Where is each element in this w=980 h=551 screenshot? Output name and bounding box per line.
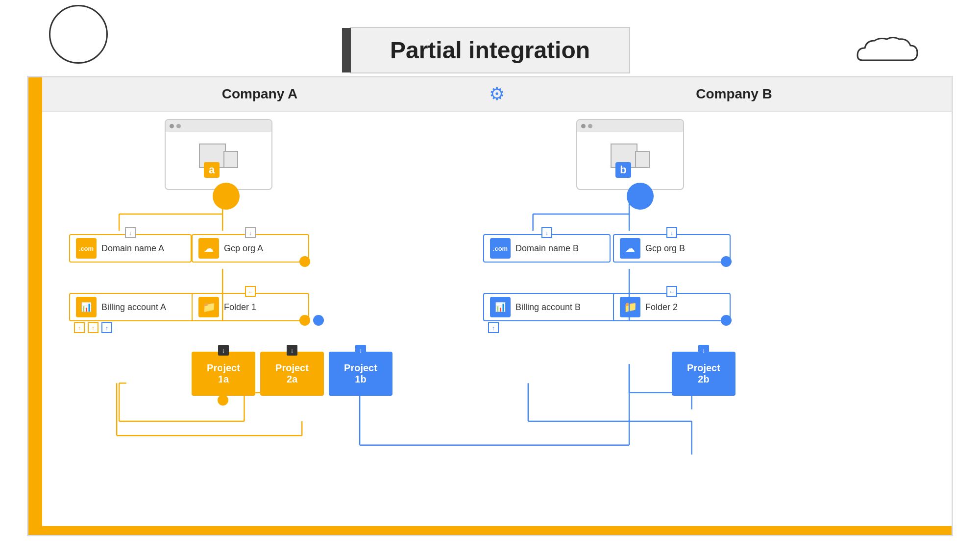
folder-icon-1: 📁 [198, 297, 219, 317]
browser-dot-b2 [588, 124, 592, 128]
gcp-dot-a [299, 256, 310, 267]
company-b-header: Company B [516, 86, 952, 102]
org-circle-b [627, 183, 654, 210]
domain-icon-b: .com [490, 238, 511, 259]
up-arrow-b: ↑ [488, 322, 499, 333]
billing-icon-a: 📊 [76, 297, 97, 317]
domain-icon-a: .com [76, 238, 97, 259]
domain-arrow-b: ↓ [541, 227, 552, 238]
billing-up-arrows-a: ↑ ↑ ↑ [74, 322, 112, 333]
gcp-arrow-b: ↓ [666, 227, 677, 238]
up-arrow-1: ↑ [74, 322, 85, 333]
project-2a-label: Project2a [275, 362, 309, 385]
gcp-dot-b [721, 256, 732, 267]
project-1a-label: Project1a [207, 362, 240, 385]
project-2b-label: Project2b [687, 362, 720, 385]
domain-node-a: ↓ .com Domain name A [69, 234, 192, 263]
billing-node-a: 📊 Billing account A [69, 293, 196, 321]
gcp-label-a: Gcp org A [224, 243, 263, 254]
browser-content-b: b [577, 132, 683, 189]
folder-arrow-1: ← [245, 286, 256, 297]
proj-arrow-2a: ↓ [287, 345, 297, 356]
project-1a: ↓ Project1a [192, 352, 255, 396]
browser-dot [176, 124, 181, 128]
folder-node-2: ← 📁 Folder 2 [613, 293, 731, 321]
org-icon-a: a [199, 144, 238, 178]
domain-label-b: Domain name B [515, 243, 579, 254]
billing-icon-b: 📊 [490, 297, 511, 317]
company-a-header: Company A [42, 86, 477, 102]
project-2b: ↓ Project2b [672, 352, 735, 396]
up-arrow-2: ↑ [88, 322, 98, 333]
domain-node-b: ↓ .com Domain name B [483, 234, 611, 263]
gcp-arrow-a: ↓ [245, 227, 256, 238]
org-letter-badge-a: a [204, 162, 220, 178]
project-1b-label: Project1b [344, 362, 377, 385]
folder-arrow-2: ← [666, 286, 677, 297]
org-icon-b: b [611, 144, 650, 178]
browser-dot-b1 [581, 124, 586, 128]
decorative-cloud [853, 33, 921, 68]
folder-label-2: Folder 2 [645, 302, 678, 312]
billing-node-b: 📊 Billing account B [483, 293, 615, 321]
domain-label-a: Domain name A [101, 243, 164, 254]
diagram-container: Company A ⚙ Company B [27, 76, 953, 536]
gcp-org-node-a: ↓ ☁ Gcp org A [192, 234, 309, 263]
folder-dot-1-yellow [299, 315, 310, 326]
gcp-label-b: Gcp org B [645, 243, 685, 254]
billing-up-arrow-b: ↑ [488, 322, 499, 333]
gcp-icon-b: ☁ [620, 238, 640, 259]
browser-content-a: a [166, 132, 271, 189]
proj-arrow-1a: ↓ [218, 345, 229, 356]
page-title: Partial integration [350, 27, 630, 73]
org-circle-a [213, 183, 240, 210]
gear-icon: ⚙ [489, 84, 505, 104]
folder-icon-2: 📁 [620, 297, 640, 317]
browser-window-a: a [165, 119, 272, 190]
org-building-small-b [635, 151, 650, 168]
gcp-icon-a: ☁ [198, 238, 219, 259]
proj-arrow-1b: ↓ [355, 345, 366, 356]
browser-dot [170, 124, 174, 128]
project-2a: ↓ Project2a [260, 352, 324, 396]
billing-label-b: Billing account B [515, 302, 581, 312]
domain-arrow-a: ↓ [125, 227, 136, 238]
folder-dot-2 [721, 315, 732, 326]
browser-bar-b [577, 120, 683, 132]
up-arrow-3: ↑ [101, 322, 112, 333]
folder-node-1: ← 📁 Folder 1 [192, 293, 309, 321]
folder-label-1: Folder 1 [224, 302, 256, 312]
browser-bar-a [166, 120, 271, 132]
folder-dot-1-blue [313, 315, 324, 326]
browser-window-b: b [576, 119, 684, 190]
billing-label-a: Billing account A [101, 302, 166, 312]
gear-divider: ⚙ [477, 84, 516, 104]
proj-circle-1a [218, 395, 228, 406]
decorative-circle [49, 5, 108, 64]
org-letter-badge-b: b [615, 162, 631, 178]
proj-arrow-2b: ↓ [698, 345, 709, 356]
content-area: a ↓ .com Domain name A ↓ ☁ Gcp org A [42, 112, 952, 526]
project-1b: ↓ Project1b [329, 352, 392, 396]
header-row: Company A ⚙ Company B [42, 77, 952, 112]
org-building-small-a [223, 151, 238, 168]
gcp-org-node-b: ↓ ☁ Gcp org B [613, 234, 731, 263]
